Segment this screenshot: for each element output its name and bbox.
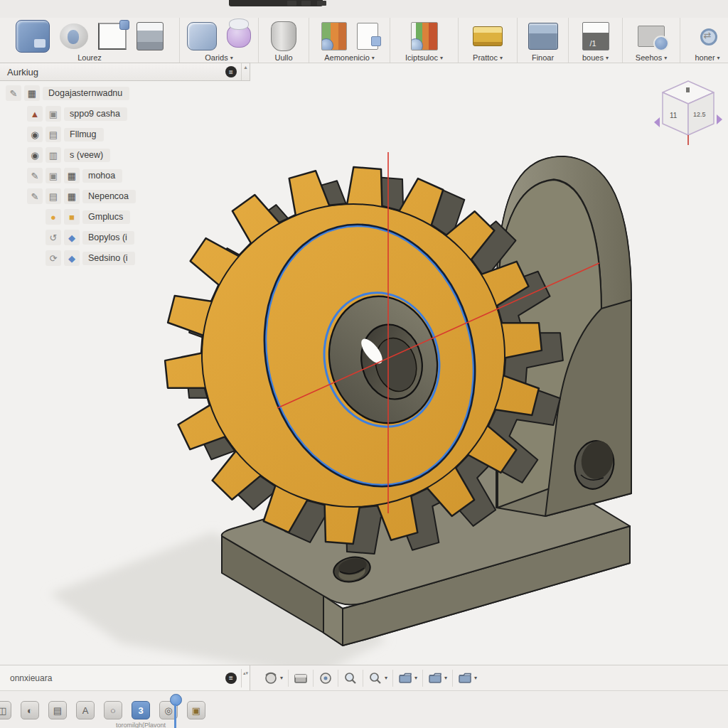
toolbar-group-label[interactable]: Lourez [77,53,102,63]
look-at-button[interactable] [314,670,338,687]
look-at-icon [318,671,333,685]
chevron-down-icon: ▾ [440,55,443,61]
pages-icon[interactable]: ▤ [46,127,61,142]
view-icon[interactable] [638,26,665,47]
tree-row[interactable]: ◉▥s (veew) [27,147,136,163]
tree-row[interactable]: ✎▤▦Nepencoa [27,188,136,204]
chevron-down-icon[interactable]: ▾ [444,675,447,681]
loop-icon[interactable]: ⟳ [46,250,61,266]
tree-row[interactable]: ◉▤Fllmug [27,127,136,142]
grid-icon[interactable]: ▦ [64,188,80,204]
tree-row-label[interactable]: sppo9 casha [64,107,127,121]
zoom-window-button[interactable]: ▾ [363,670,393,687]
app-icon[interactable] [16,20,50,53]
leaf-icon[interactable]: ◆ [64,230,80,245]
script-icon[interactable] [582,22,609,50]
orbitarrows-icon[interactable] [695,26,720,47]
bars-icon[interactable]: ▥ [46,147,61,163]
triangle-icon[interactable]: ▲ [27,106,43,122]
dot-icon[interactable]: ● [46,209,61,225]
title-glyph-3 [317,1,326,6]
tree-row[interactable]: ●■Gmplucs [46,209,136,225]
orbit-button[interactable]: ▾ [259,670,289,687]
tree-row-label[interactable]: Dogajasternwadnu [43,87,129,100]
navigation-toolbar: ▾▾▾▾▾ [250,665,482,690]
chevron-down-icon: ▾ [664,55,667,61]
toolbar-group-label[interactable]: Uullo [274,53,292,63]
tree-row[interactable]: ↺◆Bopylos (i [46,230,136,245]
pan-button[interactable] [289,670,314,687]
comment-scrollbar[interactable]: ▴▾ [241,669,250,687]
tray-icon[interactable] [473,26,503,46]
tree-row-label[interactable]: mohoa [82,169,122,183]
component-icon[interactable]: ▣ [46,106,61,122]
toolbar-group-label[interactable]: honer▾ [695,53,719,63]
grid-layout-icon [428,671,442,685]
toolbar-group-label[interactable]: boues▾ [582,53,609,63]
toolbar-group-seehos: Seehos▾ [622,18,680,63]
circle-icon[interactable]: ◉ [27,127,43,142]
tree-row-label[interactable]: Sedsino (i [82,252,135,265]
feature-body[interactable]: ▣ [187,701,205,719]
toolbar-group-label[interactable]: Iciptsuloc▾ [405,53,443,63]
chevron-down-icon[interactable]: ▾ [280,675,283,681]
browser-panel-header[interactable]: Aurkiug ≡ ▲ [0,63,250,81]
leaf-icon[interactable]: ◆ [64,250,80,266]
comment-options-icon[interactable]: ≡ [225,673,237,684]
sketch-icon[interactable] [98,23,127,50]
cyl-icon[interactable] [271,21,296,51]
browser-tree: ✎▦Dogajasternwadnu▲▣sppo9 casha◉▤Fllmug◉… [6,85,136,266]
grid-icon[interactable]: ▦ [64,168,80,183]
feature-page[interactable]: ▤ [48,701,67,719]
pages-icon[interactable]: ▤ [46,188,61,204]
display-settings-button[interactable]: ▾ [393,670,423,687]
feature-origin[interactable]: ◐ [21,701,39,719]
timeline-playhead[interactable] [170,694,181,728]
tree-row[interactable]: ⟳◆Sedsino (i [46,250,136,266]
pencil-icon[interactable]: ✎ [27,168,43,183]
tree-row-label[interactable]: Fllmug [64,128,104,141]
pencil-icon[interactable]: ✎ [6,85,21,101]
purple-icon[interactable] [227,25,251,48]
toolbar-group-label[interactable]: Finoar [532,53,554,63]
measure-icon[interactable] [321,22,347,50]
toolbar-group-label[interactable]: Aemonenicio▾ [324,53,375,63]
tree-row-label[interactable]: Bopylos (i [82,231,134,245]
docpage-icon[interactable] [357,23,378,50]
browser-options-icon[interactable]: ≡ [225,66,237,77]
folder-icon[interactable]: ■ [64,209,80,225]
toolbar-group-label[interactable]: Prattoc▾ [473,53,503,63]
cubeblue-icon[interactable] [187,22,217,50]
grid-layout-button[interactable]: ▾ [423,670,453,687]
chevron-down-icon[interactable]: ▾ [414,675,417,681]
toolbar-group-finoar: Finoar [517,18,568,63]
zoom-button[interactable] [338,670,363,687]
sphere-icon[interactable] [60,23,88,49]
chevron-down-icon[interactable]: ▾ [385,675,387,681]
pencil-icon[interactable]: ✎ [27,188,43,204]
feature-badge[interactable]: 3 [132,701,150,719]
swirl-icon[interactable]: ↺ [46,230,61,245]
tree-row-label[interactable]: s (veew) [64,149,110,162]
browser-scrollbar[interactable]: ▲ [241,63,250,80]
view-cube-top-glyph [686,87,690,92]
panels-icon[interactable] [528,23,558,50]
toolbar-group-label[interactable]: Seehos▾ [636,53,667,63]
chevron-down-icon[interactable]: ▾ [474,675,477,681]
boxsilver-icon[interactable] [136,22,164,50]
toolbar-group-label[interactable]: Oarids▾ [205,53,232,63]
tree-row[interactable]: ✎▦Dogajasternwadnu [6,85,136,101]
circle-icon[interactable]: ◉ [27,147,43,163]
columns-icon[interactable] [411,22,438,50]
tree-row-label[interactable]: Gmplucs [82,210,130,224]
tree-row-label[interactable]: Nepencoa [82,190,136,203]
feature-text[interactable]: A [76,701,95,719]
feature-half[interactable]: ◫ [0,701,11,719]
grid-icon[interactable]: ▦ [24,85,40,101]
tree-row[interactable]: ✎▣▦mohoa [27,168,136,183]
component-icon[interactable]: ▣ [46,168,61,183]
comment-bar[interactable]: onnxieuara ≡ ▴▾ [0,665,250,690]
tree-row[interactable]: ▲▣sppo9 casha [27,106,136,122]
feature-ring[interactable]: ○ [104,701,122,719]
viewports-button[interactable]: ▾ [453,670,482,687]
